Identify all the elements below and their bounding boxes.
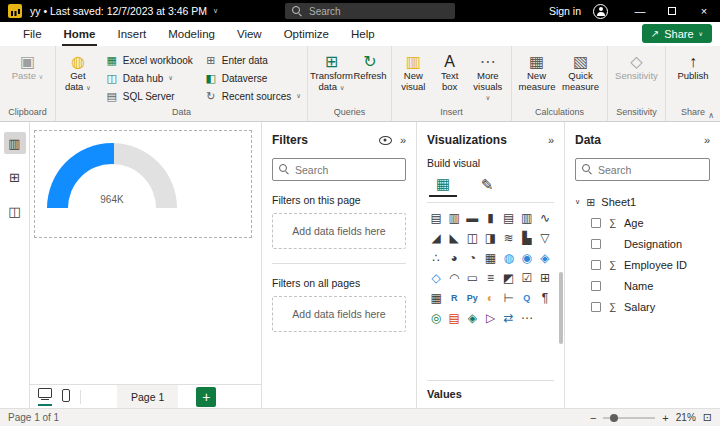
clustered-column-chart-icon[interactable]: ▮	[481, 208, 499, 227]
100-stacked-bar-chart-icon[interactable]: ▤	[500, 208, 518, 227]
zoom-slider[interactable]	[603, 417, 655, 419]
field-checkbox[interactable]	[591, 260, 601, 270]
minimize-button[interactable]: —	[624, 0, 656, 22]
chevron-down-icon[interactable]: ∨	[575, 198, 580, 206]
more-visuals-button[interactable]: ⋯ More visuals ∨	[468, 51, 508, 104]
stacked-column-chart-icon[interactable]: ▥	[445, 208, 463, 227]
card-icon[interactable]: ▭	[463, 268, 481, 287]
multi-row-card-icon[interactable]: ≡	[481, 268, 499, 287]
collapse-filters-icon[interactable]: »	[400, 134, 406, 146]
funnel-chart-icon[interactable]: ▽	[536, 228, 554, 247]
global-search-input[interactable]	[309, 6, 448, 17]
kpi-icon[interactable]: ◩	[500, 268, 518, 287]
filters-search[interactable]	[272, 158, 406, 181]
collapse-visualizations-icon[interactable]: »	[548, 134, 554, 146]
format-visual-tab[interactable]: ✎	[473, 173, 501, 197]
decomposition-tree-icon[interactable]: ⊢	[500, 288, 518, 307]
get-more-visuals-icon[interactable]: ⋯	[518, 308, 536, 327]
close-button[interactable]: ×	[688, 0, 720, 22]
waterfall-chart-icon[interactable]: ▙	[518, 228, 536, 247]
python-visual-icon[interactable]: Py	[463, 288, 481, 307]
matrix-icon[interactable]: ▦	[427, 288, 445, 307]
publish-button[interactable]: ↑ Publish	[674, 51, 711, 82]
maximize-button[interactable]	[656, 0, 688, 22]
menu-tab-modeling[interactable]: Modeling	[157, 22, 226, 46]
eye-icon[interactable]	[379, 136, 392, 145]
text-box-button[interactable]: A Text box	[432, 51, 468, 92]
shape-map-icon[interactable]: ◈	[536, 248, 554, 267]
treemap-icon[interactable]: ▦	[481, 248, 499, 267]
report-canvas[interactable]: 964K	[30, 122, 261, 384]
field-name[interactable]: Name	[591, 275, 710, 296]
new-page-button[interactable]: +	[196, 387, 216, 407]
field-checkbox[interactable]	[591, 239, 601, 249]
100-stacked-column-chart-icon[interactable]: ▥	[518, 208, 536, 227]
scatter-chart-icon[interactable]: ∴	[427, 248, 445, 267]
menu-tab-insert[interactable]: Insert	[106, 22, 157, 46]
gauge-icon[interactable]: ◠	[445, 268, 463, 287]
azure-map-icon[interactable]: ◇	[427, 268, 445, 287]
filled-map-icon[interactable]: ◉	[518, 248, 536, 267]
enter-data-button[interactable]: ⊞ Enter data	[202, 51, 304, 69]
smart-narrative-icon[interactable]: ¶	[536, 288, 554, 307]
filters-all-droparea[interactable]: Add data fields here	[272, 296, 406, 332]
build-visual-tab[interactable]: ▦	[429, 173, 457, 197]
transform-data-button[interactable]: ⊞ Transform data ∨	[311, 51, 352, 93]
fit-to-page-icon[interactable]: ⊡	[703, 411, 712, 424]
model-view-button[interactable]: ◫	[4, 200, 26, 222]
line-and-clustered-column-chart-icon[interactable]: ◨	[481, 228, 499, 247]
sensitivity-button[interactable]: ◇ Sensitivity	[612, 51, 661, 82]
line-chart-icon[interactable]: ∿	[536, 208, 554, 227]
new-visual-button[interactable]: ▥ New visual	[395, 51, 432, 92]
zoom-in-button[interactable]: +	[662, 412, 668, 424]
sql-server-button[interactable]: ▤ SQL Server	[103, 87, 196, 105]
data-search[interactable]	[575, 158, 710, 181]
data-search-input[interactable]	[598, 164, 703, 176]
sign-in-button[interactable]: Sign in	[549, 5, 581, 17]
gauge-visual[interactable]: 964K	[34, 130, 252, 238]
field-salary[interactable]: ∑Salary	[591, 296, 710, 317]
stacked-bar-chart-icon[interactable]: ▤	[427, 208, 445, 227]
share-button[interactable]: ↗ Share ∨	[642, 24, 712, 43]
field-checkbox[interactable]	[591, 302, 601, 312]
menu-tab-view[interactable]: View	[226, 22, 273, 46]
zoom-slider-thumb[interactable]	[610, 414, 618, 422]
get-data-button[interactable]: ◍ Get data ∨	[59, 51, 97, 93]
dataverse-button[interactable]: ◧ Dataverse	[202, 69, 304, 87]
stacked-area-chart-icon[interactable]: ◣	[445, 228, 463, 247]
quick-measure-button[interactable]: ▧ Quick measure	[558, 51, 604, 92]
metrics-icon[interactable]: ◎	[427, 308, 445, 327]
map-icon[interactable]: ◍	[500, 248, 518, 267]
key-influencers-icon[interactable]: ◐	[481, 288, 499, 307]
recent-sources-button[interactable]: ↻ Recent sources ∨	[202, 87, 304, 105]
desktop-layout-button[interactable]	[38, 388, 52, 406]
account-avatar-icon[interactable]	[593, 4, 608, 19]
zoom-out-button[interactable]: −	[590, 412, 596, 424]
pie-chart-icon[interactable]: ◕	[445, 248, 463, 267]
field-designation[interactable]: Designation	[591, 233, 710, 254]
paginated-report-icon[interactable]: ▤	[445, 308, 463, 327]
line-and-stacked-column-chart-icon[interactable]: ◫	[463, 228, 481, 247]
field-checkbox[interactable]	[591, 218, 601, 228]
slicer-icon[interactable]: ☑	[518, 268, 536, 287]
excel-workbook-button[interactable]: ▦ Excel workbook	[103, 51, 196, 69]
global-search[interactable]	[285, 3, 455, 19]
field-employee-id[interactable]: ∑Employee ID	[591, 254, 710, 275]
r-script-visual-icon[interactable]: R	[445, 288, 463, 307]
title-caret-icon[interactable]: ∨	[213, 7, 218, 15]
mobile-layout-button[interactable]	[62, 389, 70, 405]
collapse-ribbon-button[interactable]: ∧	[708, 111, 714, 120]
menu-tab-optimize[interactable]: Optimize	[273, 22, 340, 46]
ribbon-chart-icon[interactable]: ≋	[500, 228, 518, 247]
page-tab-page-1[interactable]: Page 1	[117, 385, 178, 408]
menu-tab-home[interactable]: Home	[53, 22, 107, 46]
power-apps-visual-icon[interactable]: ▷	[481, 308, 499, 327]
menu-tab-help[interactable]: Help	[340, 22, 386, 46]
table-view-button[interactable]: ⊞	[4, 166, 26, 188]
field-age[interactable]: ∑Age	[591, 212, 710, 233]
field-checkbox[interactable]	[591, 281, 601, 291]
menu-tab-file[interactable]: File	[12, 22, 53, 46]
arcgis-map-icon[interactable]: ◈	[463, 308, 481, 327]
table-icon[interactable]: ⊞	[536, 268, 554, 287]
filters-page-droparea[interactable]: Add data fields here	[272, 213, 406, 249]
